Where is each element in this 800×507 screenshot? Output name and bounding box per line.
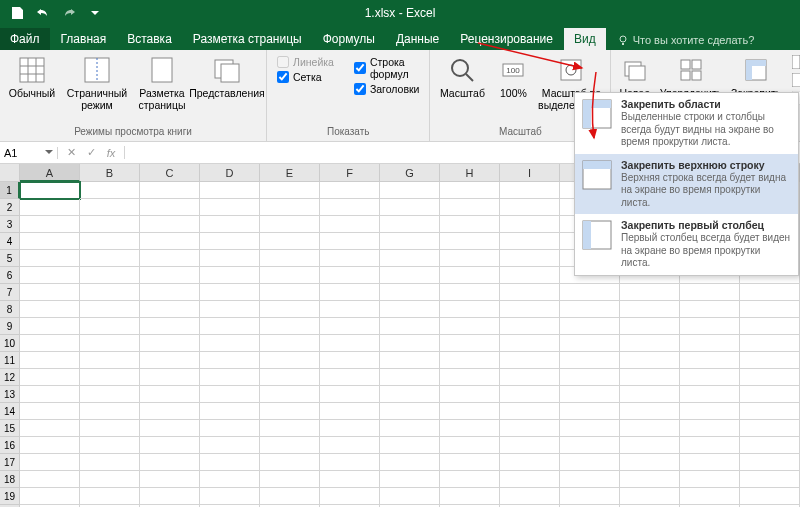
cell[interactable] (140, 250, 200, 267)
cell[interactable] (20, 386, 80, 403)
cell[interactable] (140, 403, 200, 420)
cell[interactable] (500, 403, 560, 420)
row-header[interactable]: 17 (0, 454, 20, 471)
cell[interactable] (20, 369, 80, 386)
cell[interactable] (380, 301, 440, 318)
cell[interactable] (200, 369, 260, 386)
row-header[interactable]: 13 (0, 386, 20, 403)
cell[interactable] (200, 301, 260, 318)
cell[interactable] (620, 284, 680, 301)
cell[interactable] (380, 267, 440, 284)
tab-formulas[interactable]: Формулы (313, 28, 385, 50)
custom-views-button[interactable]: Представления (192, 52, 262, 102)
cell[interactable] (260, 488, 320, 505)
row-header[interactable]: 10 (0, 335, 20, 352)
cell[interactable] (620, 437, 680, 454)
gridlines-checkbox[interactable]: Сетка (277, 71, 334, 83)
cell[interactable] (680, 301, 740, 318)
cell[interactable] (200, 318, 260, 335)
cell[interactable] (20, 437, 80, 454)
cell[interactable] (260, 199, 320, 216)
cell[interactable] (200, 335, 260, 352)
cell[interactable] (620, 471, 680, 488)
cell[interactable] (380, 488, 440, 505)
cell[interactable] (620, 352, 680, 369)
row-header[interactable]: 9 (0, 318, 20, 335)
cell[interactable] (80, 454, 140, 471)
tab-file[interactable]: Файл (0, 28, 50, 50)
cell[interactable] (500, 437, 560, 454)
name-box[interactable]: A1 (0, 147, 58, 159)
cell[interactable] (500, 318, 560, 335)
cell[interactable] (200, 284, 260, 301)
cell[interactable] (260, 301, 320, 318)
cell[interactable] (200, 199, 260, 216)
cell[interactable] (140, 182, 200, 199)
cell[interactable] (680, 471, 740, 488)
cell[interactable] (620, 301, 680, 318)
row-header[interactable]: 16 (0, 437, 20, 454)
freeze-panes-option[interactable]: Закрепить областиВыделенные строки и сто… (575, 93, 798, 154)
cell[interactable] (260, 352, 320, 369)
cell[interactable] (380, 318, 440, 335)
column-header[interactable]: F (320, 164, 380, 182)
cell[interactable] (620, 403, 680, 420)
redo-button[interactable] (58, 2, 80, 24)
cell[interactable] (320, 403, 380, 420)
cell[interactable] (380, 454, 440, 471)
cell[interactable] (140, 216, 200, 233)
cell[interactable] (500, 352, 560, 369)
cell[interactable] (260, 420, 320, 437)
column-header[interactable]: C (140, 164, 200, 182)
cell[interactable] (620, 369, 680, 386)
cell[interactable] (500, 386, 560, 403)
cell[interactable] (260, 250, 320, 267)
cell[interactable] (500, 420, 560, 437)
cell[interactable] (80, 182, 140, 199)
cell[interactable] (440, 318, 500, 335)
column-header[interactable]: A (20, 164, 80, 182)
cell[interactable] (440, 386, 500, 403)
cell[interactable] (140, 437, 200, 454)
row-header[interactable]: 3 (0, 216, 20, 233)
cell[interactable] (380, 352, 440, 369)
cell[interactable] (560, 437, 620, 454)
cell[interactable] (200, 216, 260, 233)
cell[interactable] (440, 301, 500, 318)
ruler-checkbox[interactable]: Линейка (277, 56, 334, 68)
cell[interactable] (500, 335, 560, 352)
cell[interactable] (200, 386, 260, 403)
cell[interactable] (80, 216, 140, 233)
cell[interactable] (200, 488, 260, 505)
cell[interactable] (440, 199, 500, 216)
cell[interactable] (320, 216, 380, 233)
tab-data[interactable]: Данные (386, 28, 449, 50)
cell[interactable] (620, 454, 680, 471)
cell[interactable] (680, 352, 740, 369)
cell[interactable] (80, 437, 140, 454)
cell[interactable] (680, 403, 740, 420)
cell[interactable] (500, 216, 560, 233)
cell[interactable] (380, 369, 440, 386)
cell[interactable] (320, 471, 380, 488)
cell[interactable] (320, 369, 380, 386)
cell[interactable] (260, 437, 320, 454)
cell[interactable] (560, 454, 620, 471)
row-header[interactable]: 15 (0, 420, 20, 437)
cell[interactable] (140, 284, 200, 301)
cell[interactable] (140, 335, 200, 352)
cell[interactable] (560, 369, 620, 386)
cell[interactable] (440, 420, 500, 437)
cell[interactable] (560, 488, 620, 505)
row-header[interactable]: 5 (0, 250, 20, 267)
cell[interactable] (200, 352, 260, 369)
tab-view[interactable]: Вид (564, 28, 606, 50)
cell[interactable] (20, 267, 80, 284)
cell[interactable] (500, 250, 560, 267)
cell[interactable] (740, 284, 800, 301)
cell[interactable] (680, 369, 740, 386)
cell[interactable] (740, 437, 800, 454)
row-header[interactable]: 12 (0, 369, 20, 386)
cell[interactable] (500, 284, 560, 301)
cell[interactable] (200, 182, 260, 199)
